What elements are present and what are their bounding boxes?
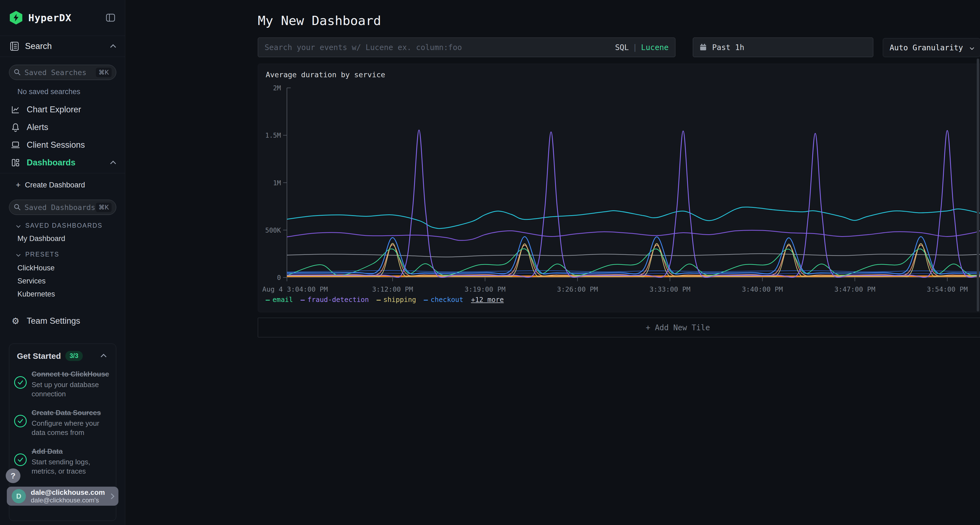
legend-item-shipping[interactable]: —shipping [377,296,416,304]
legend-more-link[interactable]: +12 more [471,296,504,304]
sidebar-item-alerts[interactable]: Alerts [0,119,125,136]
legend-swatch: — [424,296,428,304]
tile-title: Average duration by service [266,70,385,79]
check-circle-icon [14,415,27,427]
get-started-header[interactable]: Get Started 3/3 [9,344,116,364]
team-settings-label: Team Settings [27,316,80,326]
legend-swatch: — [377,296,380,304]
series-other-purple [287,219,980,241]
saved-dashboards-section-label: SAVED DASHBOARDS [25,222,103,229]
y-axis-label: 500K [265,227,281,234]
x-axis-label: 3:33:00 PM [649,285,690,293]
saved-dashboards-field[interactable] [24,203,96,212]
shortcut-badge: ⌘K [96,68,111,77]
user-email: dale@clickhouse.com [31,488,105,496]
create-dashboard-label: Create Dashboard [25,181,85,189]
nav-label: Dashboards [27,158,75,168]
nav-label: Chart Explorer [27,105,81,114]
task-description: Start sending logs, metrics, or traces [32,457,110,476]
presets-section-toggle[interactable]: PRESETS [17,251,59,258]
line-chart: 0500K1M1.5M2MAug 4 3:04:00 PM3:12:00 PM3… [258,64,980,312]
legend-label: fraud-detection [307,296,369,304]
add-new-tile-label: + Add New Tile [646,323,710,332]
granularity-value: Auto Granularity [889,43,963,52]
chart-legend: —email—fraud-detection—shipping—checkout… [266,296,504,304]
sidebar-section-search[interactable]: Search [0,36,125,57]
sidebar-item-client-sessions[interactable]: Client Sessions [0,136,125,154]
lucene-toggle[interactable]: Lucene [641,43,668,52]
help-button[interactable]: ? [6,468,21,483]
collapse-sidebar-button[interactable] [106,14,115,22]
app-logo-text: HyperDX [28,12,72,24]
time-range-picker[interactable]: Past 1h [693,38,873,57]
chart-explorer-icon [10,105,21,114]
legend-item-checkout[interactable]: —checkout [424,296,463,304]
laptop-icon [10,141,21,149]
legend-swatch: — [266,296,270,304]
x-axis-label: 3:26:00 PM [557,285,598,293]
sidebar-item-my-dashboard[interactable]: My Dashboard [18,235,65,243]
avatar: D [12,489,26,503]
x-axis-label: 3:40:00 PM [742,285,783,293]
get-started-item-add-data[interactable]: Add Data Start sending logs, metrics, or… [9,441,116,480]
task-description: Configure where your data comes from [32,419,110,437]
chevron-up-icon[interactable] [101,354,107,360]
search-icon [14,68,21,76]
logo-row: HyperDX [0,0,125,35]
get-started-item-sources[interactable]: Create Data Sources Configure where your… [9,402,116,441]
legend-label: checkout [431,296,463,304]
sidebar-item-team-settings[interactable]: ⚙ Team Settings [0,312,125,330]
y-axis-label: 2M [273,84,281,92]
saved-searches-input[interactable]: ⌘K [9,65,116,80]
get-started-item-connect[interactable]: Connect to ClickHouse Set up your databa… [9,364,116,402]
sidebar-item-dashboards[interactable]: Dashboards [0,154,125,171]
sidebar-item-services[interactable]: Services [18,277,46,285]
search-section-label: Search [25,41,52,51]
query-language-toggle: SQL|Lucene [615,43,668,52]
legend-item-email[interactable]: —email [266,296,293,304]
task-title: Add Data [32,446,110,456]
task-title: Connect to ClickHouse [32,369,110,379]
granularity-select[interactable]: Auto Granularity [883,38,980,57]
x-axis-label: Aug 4 3:04:00 PM [262,285,328,293]
x-axis-label: 3:47:00 PM [834,285,875,293]
legend-label: email [272,296,293,304]
nav-label: Alerts [27,122,48,132]
page-title: My New Dashboard [258,13,381,28]
saved-dashboards-section-toggle[interactable]: SAVED DASHBOARDS [17,222,103,229]
scrollbar-thumb[interactable] [977,59,979,311]
series-other-cyan [287,194,980,228]
task-description: Set up your database connection [32,380,110,398]
task-title: Create Data Sources [32,408,110,417]
create-dashboard-button[interactable]: + Create Dashboard [16,180,85,190]
search-icon [14,203,21,211]
divider [0,173,125,173]
sidebar-item-chart-explorer[interactable]: Chart Explorer [0,101,125,118]
plus-icon: + [16,180,21,190]
chevron-down-icon [16,252,21,257]
chevron-down-icon [970,45,974,50]
saved-dashboards-input[interactable]: ⌘K [9,200,116,215]
chevron-up-icon[interactable] [110,44,116,50]
dashboard-tile-average-duration[interactable]: 0500K1M1.5M2MAug 4 3:04:00 PM3:12:00 PM3… [258,63,980,312]
sidebar-item-clickhouse[interactable]: ClickHouse [18,264,55,272]
sidebar-item-kubernetes[interactable]: Kubernetes [18,290,55,298]
event-search-bar[interactable]: SQL|Lucene [258,38,675,57]
series-other-gray [287,254,980,257]
time-range-value: Past 1h [712,43,744,52]
saved-searches-field[interactable] [24,68,96,77]
sql-toggle[interactable]: SQL [615,43,629,52]
user-account-button[interactable]: D dale@clickhouse.com dale@clickhouse.co… [7,487,118,506]
x-axis-label: 3:12:00 PM [372,285,413,293]
toggle-divider: | [633,43,637,52]
x-axis-label: 3:19:00 PM [465,285,506,293]
chevron-right-icon [109,493,115,499]
chevron-up-icon[interactable] [110,160,116,166]
add-new-tile-button[interactable]: + Add New Tile [258,318,980,337]
event-search-input[interactable] [265,43,615,52]
legend-item-fraud-detection[interactable]: —fraud-detection [301,296,369,304]
y-axis-label: 0 [277,274,281,282]
shortcut-badge: ⌘K [96,203,111,212]
legend-label: shipping [383,296,416,304]
x-axis-label: 3:54:00 PM [927,285,968,293]
